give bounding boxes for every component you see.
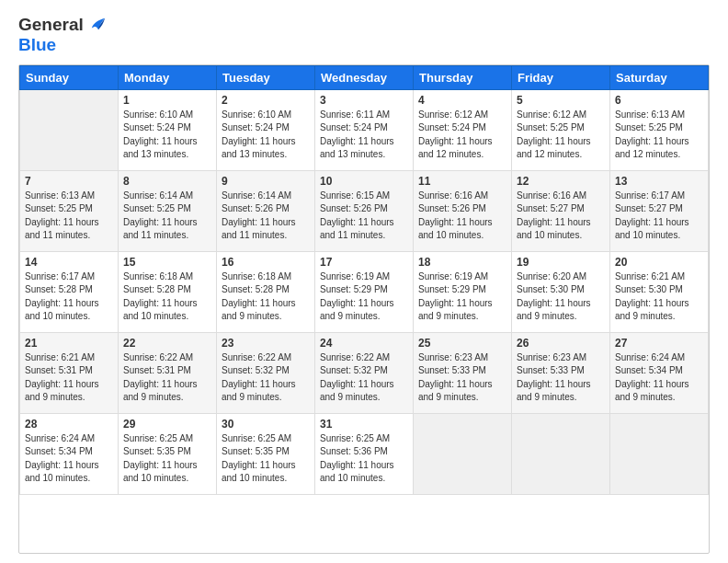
logo: General Blue <box>18 15 107 55</box>
day-cell: 7Sunrise: 6:13 AM Sunset: 5:25 PM Daylig… <box>20 170 119 251</box>
day-cell: 4Sunrise: 6:12 AM Sunset: 5:24 PM Daylig… <box>414 89 512 170</box>
day-info: Sunrise: 6:14 AM Sunset: 5:26 PM Dayligh… <box>222 190 310 243</box>
calendar-table: SundayMondayTuesdayWednesdayThursdayFrid… <box>19 65 709 495</box>
day-cell: 12Sunrise: 6:16 AM Sunset: 5:27 PM Dayli… <box>512 170 610 251</box>
day-info: Sunrise: 6:23 AM Sunset: 5:33 PM Dayligh… <box>517 351 605 405</box>
day-cell: 19Sunrise: 6:20 AM Sunset: 5:30 PM Dayli… <box>512 251 610 332</box>
day-number: 11 <box>418 175 506 188</box>
weekday-header-thursday: Thursday <box>414 65 512 89</box>
day-number: 23 <box>222 337 310 350</box>
day-cell: 2Sunrise: 6:10 AM Sunset: 5:24 PM Daylig… <box>217 89 315 170</box>
day-cell: 20Sunrise: 6:21 AM Sunset: 5:30 PM Dayli… <box>610 251 709 332</box>
day-info: Sunrise: 6:12 AM Sunset: 5:25 PM Dayligh… <box>517 109 605 162</box>
day-info: Sunrise: 6:21 AM Sunset: 5:31 PM Dayligh… <box>25 351 113 405</box>
day-number: 6 <box>615 94 703 107</box>
day-number: 31 <box>320 418 408 431</box>
logo-line1: General <box>18 15 107 35</box>
day-cell: 17Sunrise: 6:19 AM Sunset: 5:29 PM Dayli… <box>315 251 414 332</box>
day-cell <box>20 89 119 170</box>
day-info: Sunrise: 6:22 AM Sunset: 5:32 PM Dayligh… <box>320 351 408 405</box>
day-info: Sunrise: 6:15 AM Sunset: 5:26 PM Dayligh… <box>320 190 408 243</box>
day-cell: 10Sunrise: 6:15 AM Sunset: 5:26 PM Dayli… <box>315 170 414 251</box>
header: General Blue <box>18 15 710 55</box>
day-number: 27 <box>615 337 703 350</box>
day-number: 26 <box>517 337 605 350</box>
day-number: 28 <box>25 418 113 431</box>
day-number: 17 <box>320 256 408 269</box>
day-info: Sunrise: 6:19 AM Sunset: 5:29 PM Dayligh… <box>320 270 408 324</box>
day-cell: 27Sunrise: 6:24 AM Sunset: 5:34 PM Dayli… <box>610 332 709 413</box>
day-info: Sunrise: 6:13 AM Sunset: 5:25 PM Dayligh… <box>615 109 703 162</box>
day-cell: 5Sunrise: 6:12 AM Sunset: 5:25 PM Daylig… <box>512 89 610 170</box>
day-info: Sunrise: 6:20 AM Sunset: 5:30 PM Dayligh… <box>517 270 605 324</box>
day-cell: 30Sunrise: 6:25 AM Sunset: 5:35 PM Dayli… <box>217 413 315 494</box>
day-number: 1 <box>123 94 211 107</box>
day-info: Sunrise: 6:11 AM Sunset: 5:24 PM Dayligh… <box>320 109 408 162</box>
day-cell: 31Sunrise: 6:25 AM Sunset: 5:36 PM Dayli… <box>315 413 414 494</box>
day-number: 3 <box>320 94 408 107</box>
day-info: Sunrise: 6:18 AM Sunset: 5:28 PM Dayligh… <box>222 270 310 324</box>
day-cell: 29Sunrise: 6:25 AM Sunset: 5:35 PM Dayli… <box>119 413 217 494</box>
day-info: Sunrise: 6:12 AM Sunset: 5:24 PM Dayligh… <box>418 109 506 162</box>
day-cell: 14Sunrise: 6:17 AM Sunset: 5:28 PM Dayli… <box>20 251 119 332</box>
day-number: 14 <box>25 256 113 269</box>
day-info: Sunrise: 6:22 AM Sunset: 5:31 PM Dayligh… <box>123 351 211 405</box>
day-number: 5 <box>517 94 605 107</box>
week-row-4: 28Sunrise: 6:24 AM Sunset: 5:34 PM Dayli… <box>20 413 709 494</box>
day-info: Sunrise: 6:16 AM Sunset: 5:26 PM Dayligh… <box>418 190 506 243</box>
weekday-header-monday: Monday <box>119 65 217 89</box>
weekday-header-friday: Friday <box>512 65 610 89</box>
day-info: Sunrise: 6:24 AM Sunset: 5:34 PM Dayligh… <box>25 432 113 486</box>
day-number: 4 <box>418 94 506 107</box>
day-number: 20 <box>615 256 703 269</box>
day-number: 30 <box>222 418 310 431</box>
day-info: Sunrise: 6:25 AM Sunset: 5:36 PM Dayligh… <box>320 432 408 486</box>
day-number: 8 <box>123 175 211 188</box>
day-number: 25 <box>418 337 506 350</box>
day-cell: 1Sunrise: 6:10 AM Sunset: 5:24 PM Daylig… <box>119 89 217 170</box>
day-cell: 22Sunrise: 6:22 AM Sunset: 5:31 PM Dayli… <box>119 332 217 413</box>
day-number: 19 <box>517 256 605 269</box>
calendar: SundayMondayTuesdayWednesdayThursdayFrid… <box>18 64 710 554</box>
day-info: Sunrise: 6:24 AM Sunset: 5:34 PM Dayligh… <box>615 351 703 405</box>
day-number: 18 <box>418 256 506 269</box>
day-number: 29 <box>123 418 211 431</box>
logo-bird-icon <box>90 16 107 32</box>
day-cell: 8Sunrise: 6:14 AM Sunset: 5:25 PM Daylig… <box>119 170 217 251</box>
day-cell: 25Sunrise: 6:23 AM Sunset: 5:33 PM Dayli… <box>414 332 512 413</box>
day-number: 21 <box>25 337 113 350</box>
day-number: 9 <box>222 175 310 188</box>
day-cell: 16Sunrise: 6:18 AM Sunset: 5:28 PM Dayli… <box>217 251 315 332</box>
day-number: 16 <box>222 256 310 269</box>
day-cell: 24Sunrise: 6:22 AM Sunset: 5:32 PM Dayli… <box>315 332 414 413</box>
day-cell: 6Sunrise: 6:13 AM Sunset: 5:25 PM Daylig… <box>610 89 709 170</box>
day-number: 22 <box>123 337 211 350</box>
week-row-0: 1Sunrise: 6:10 AM Sunset: 5:24 PM Daylig… <box>20 89 709 170</box>
day-info: Sunrise: 6:10 AM Sunset: 5:24 PM Dayligh… <box>222 109 310 162</box>
day-info: Sunrise: 6:25 AM Sunset: 5:35 PM Dayligh… <box>123 432 211 486</box>
day-info: Sunrise: 6:17 AM Sunset: 5:28 PM Dayligh… <box>25 270 113 324</box>
day-info: Sunrise: 6:17 AM Sunset: 5:27 PM Dayligh… <box>615 190 703 243</box>
day-number: 10 <box>320 175 408 188</box>
weekday-header-sunday: Sunday <box>20 65 119 89</box>
day-cell <box>610 413 709 494</box>
page: General Blue SundayMondayTuesdayWednesda… <box>0 0 728 563</box>
weekday-header-row: SundayMondayTuesdayWednesdayThursdayFrid… <box>20 65 709 89</box>
day-cell: 21Sunrise: 6:21 AM Sunset: 5:31 PM Dayli… <box>20 332 119 413</box>
day-cell <box>512 413 610 494</box>
day-cell <box>414 413 512 494</box>
day-number: 15 <box>123 256 211 269</box>
weekday-header-wednesday: Wednesday <box>315 65 414 89</box>
day-info: Sunrise: 6:14 AM Sunset: 5:25 PM Dayligh… <box>123 190 211 243</box>
day-cell: 11Sunrise: 6:16 AM Sunset: 5:26 PM Dayli… <box>414 170 512 251</box>
day-info: Sunrise: 6:21 AM Sunset: 5:30 PM Dayligh… <box>615 270 703 324</box>
day-info: Sunrise: 6:10 AM Sunset: 5:24 PM Dayligh… <box>123 109 211 162</box>
day-info: Sunrise: 6:19 AM Sunset: 5:29 PM Dayligh… <box>418 270 506 324</box>
day-cell: 23Sunrise: 6:22 AM Sunset: 5:32 PM Dayli… <box>217 332 315 413</box>
day-info: Sunrise: 6:16 AM Sunset: 5:27 PM Dayligh… <box>517 190 605 243</box>
day-info: Sunrise: 6:25 AM Sunset: 5:35 PM Dayligh… <box>222 432 310 486</box>
day-number: 24 <box>320 337 408 350</box>
day-info: Sunrise: 6:13 AM Sunset: 5:25 PM Dayligh… <box>25 190 113 243</box>
day-cell: 26Sunrise: 6:23 AM Sunset: 5:33 PM Dayli… <box>512 332 610 413</box>
logo-line2: Blue <box>18 35 107 55</box>
